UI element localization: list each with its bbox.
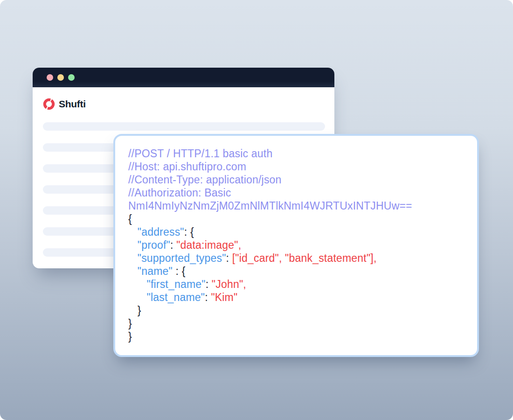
code-segment-key: "supported_types" <box>138 252 226 264</box>
code-segment-punct: : <box>170 239 176 251</box>
code-line: } <box>128 330 472 343</box>
code-segment-val: "data:image", <box>176 239 241 251</box>
code-segment-punct <box>128 291 147 303</box>
code-segment-comment: NmI4NmIyNzNmZjM0ZmNlMTlkNmI4WJRTUxINTJHU… <box>128 200 412 212</box>
code-segment-val: "John", <box>212 278 246 290</box>
skeleton-bar <box>43 122 325 131</box>
code-segment-key: "address" <box>138 226 184 238</box>
code-segment-punct <box>128 239 138 251</box>
code-segment-punct <box>128 278 147 290</box>
code-segment-punct: : <box>226 252 232 264</box>
code-line: } <box>128 317 472 330</box>
code-segment-key: "first_name" <box>147 278 206 290</box>
code-segment-punct: : { <box>173 265 186 277</box>
code-segment-punct <box>128 252 138 264</box>
code-line: "first_name": "John", <box>128 278 472 291</box>
code-panel: //POST / HTTP/1.1 basic auth//Host: api.… <box>113 134 479 357</box>
code-segment-comment: //Authorization: Basic <box>128 187 231 199</box>
code-line: //POST / HTTP/1.1 basic auth <box>128 147 472 160</box>
code-segment-punct: : { <box>184 226 194 238</box>
code-segment-key: "last_name" <box>147 291 205 303</box>
code-segment-punct: : <box>206 278 212 290</box>
shufti-logo-icon <box>43 98 55 110</box>
browser-titlebar <box>33 68 334 87</box>
code-line: //Host: api.shuftipro.com <box>128 160 472 173</box>
code-segment-punct: } <box>128 304 141 316</box>
code-segment-punct <box>128 265 138 277</box>
code-segment-val: "Kim" <box>211 291 237 303</box>
code-line: //Content-Type: application/json <box>128 173 472 186</box>
code-line: "name" : { <box>128 265 472 278</box>
code-line: NmI4NmIyNzNmZjM0ZmNlMTlkNmI4WJRTUxINTJHU… <box>128 199 472 212</box>
code-line: } <box>128 304 472 317</box>
page-background: Shufti //POST / HTTP/1.1 basic auth//Hos… <box>0 0 513 420</box>
shufti-logo: Shufti <box>43 98 324 110</box>
code-line: { <box>128 212 472 225</box>
code-segment-key: "name" <box>138 265 173 277</box>
shufti-logo-text: Shufti <box>59 98 86 110</box>
code-line: "address": { <box>128 225 472 238</box>
code-line: "last_name": "Kim" <box>128 291 472 304</box>
code-segment-val: ["id_card", "bank_statement"], <box>232 252 377 264</box>
minimize-button[interactable] <box>57 74 64 81</box>
code-segment-punct: } <box>128 330 132 343</box>
code-line: "supported_types": ["id_card", "bank_sta… <box>128 252 472 265</box>
zoom-button[interactable] <box>68 74 75 81</box>
code-segment-punct <box>128 226 138 238</box>
close-button[interactable] <box>47 74 53 81</box>
code-segment-punct: } <box>128 317 132 329</box>
code-segment-key: "proof" <box>138 239 170 251</box>
code-segment-comment: //POST / HTTP/1.1 basic auth <box>128 147 272 160</box>
code-line: "proof": "data:image", <box>128 238 472 252</box>
code-segment-comment: //Host: api.shuftipro.com <box>128 161 246 173</box>
code-segment-punct: : <box>205 291 211 303</box>
code-line: //Authorization: Basic <box>128 186 472 199</box>
code-segment-comment: //Content-Type: application/json <box>128 174 282 186</box>
code-segment-punct: { <box>128 213 132 225</box>
